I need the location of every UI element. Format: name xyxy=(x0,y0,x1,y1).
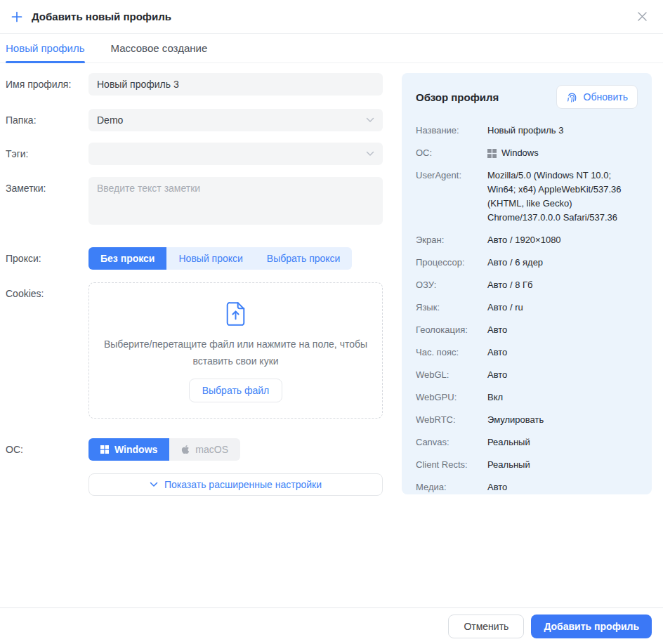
overview-row-webgpu: WebGPU: Вкл xyxy=(416,390,638,405)
cookies-dropzone[interactable]: Выберите/перетащите файл или нажмите на … xyxy=(88,282,383,419)
proxy-option-select-proxy[interactable]: Выбрать прокси xyxy=(255,247,353,270)
cookies-label: Cookies: xyxy=(6,282,88,419)
proxy-label: Прокси: xyxy=(6,247,88,270)
chevron-down-icon xyxy=(366,117,374,123)
dialog-header: Добавить новый профиль xyxy=(0,0,663,34)
close-icon[interactable] xyxy=(634,8,650,25)
os-option-windows[interactable]: Windows xyxy=(88,438,169,461)
profile-overview-panel: Обзор профиля Обновить Название: xyxy=(402,73,652,494)
cookies-row: Cookies: Выберите/перетащите файл или на… xyxy=(6,282,383,419)
overview-row-webrtc: WebRTC: Эмулировать xyxy=(416,413,638,427)
overview-row-screen: Экран: Авто / 1920×1080 xyxy=(416,233,638,247)
choose-file-button[interactable]: Выбрать файл xyxy=(189,379,283,402)
tags-select[interactable] xyxy=(88,143,383,165)
overview-row-timezone: Час. пояс: Авто xyxy=(416,346,638,360)
tab-bulk-create[interactable]: Массовое создание xyxy=(111,34,208,63)
overview-row-useragent: UserAgent: Mozilla/5.0 (Windows NT 10.0;… xyxy=(416,169,638,225)
dropzone-hint: Выберите/перетащите файл или нажмите на … xyxy=(103,336,368,369)
overview-row-ram: ОЗУ: Авто / 8 Гб xyxy=(416,278,638,292)
profile-name-label: Имя профиля: xyxy=(6,73,88,96)
folder-select[interactable]: Demo xyxy=(88,109,383,131)
proxy-segmented-control: Без прокси Новый прокси Выбрать прокси xyxy=(88,247,352,270)
folder-select-value: Demo xyxy=(97,114,123,126)
overview-row-language: Язык: Авто / ru xyxy=(416,301,638,315)
os-segmented-control: Windows macOS xyxy=(88,438,240,461)
tab-new-profile[interactable]: Новый профиль xyxy=(6,34,85,63)
overview-row-cpu: Процессор: Авто / 6 ядер xyxy=(416,256,638,270)
os-option-macos-label: macOS xyxy=(195,444,228,455)
profile-name-input[interactable] xyxy=(88,73,383,96)
overview-header: Обзор профиля Обновить xyxy=(416,85,638,109)
windows-icon xyxy=(487,149,497,158)
proxy-option-no-proxy[interactable]: Без прокси xyxy=(88,247,166,270)
cancel-button[interactable]: Отменить xyxy=(448,615,524,638)
overview-row-canvas: Canvas: Реальный xyxy=(416,435,638,449)
file-upload-icon xyxy=(225,301,246,327)
overview-row-geolocation: Геолокация: Авто xyxy=(416,323,638,337)
fingerprint-icon xyxy=(566,91,578,103)
dialog-title: Добавить новый профиль xyxy=(32,11,171,22)
folder-row: Папка: Demo xyxy=(6,109,383,131)
windows-icon xyxy=(100,445,109,454)
overview-row-webgl: WebGL: Авто xyxy=(416,368,638,382)
overview-row-name: Название: Новый профиль 3 xyxy=(416,124,638,138)
chevron-down-icon xyxy=(366,151,374,157)
show-advanced-settings-button[interactable]: Показать расширенные настройки xyxy=(88,473,383,496)
overview-row-media: Медиа: Авто xyxy=(416,480,638,494)
dialog-body: Имя профиля: Папка: Demo Тэги: xyxy=(0,63,663,496)
advanced-settings-row: Показать расширенные настройки xyxy=(6,473,383,496)
apple-icon xyxy=(181,445,190,454)
notes-label: Заметки: xyxy=(6,177,88,228)
profile-form: Имя профиля: Папка: Demo Тэги: xyxy=(6,73,383,496)
tags-row: Тэги: xyxy=(6,143,383,165)
os-label: ОС: xyxy=(6,438,88,461)
advanced-settings-label: Показать расширенные настройки xyxy=(164,479,322,490)
dialog-footer: Отменить Добавить профиль xyxy=(0,607,663,644)
tags-label: Тэги: xyxy=(6,143,88,165)
refresh-button-label: Обновить xyxy=(584,91,628,103)
overview-title: Обзор профиля xyxy=(416,91,499,103)
overview-row-client-rects: Client Rects: Реальный xyxy=(416,458,638,472)
os-option-windows-label: Windows xyxy=(114,444,157,455)
overview-row-os: ОС: Windows xyxy=(416,146,638,160)
os-option-macos[interactable]: macOS xyxy=(169,438,240,461)
profile-name-row: Имя профиля: xyxy=(6,73,383,96)
chevron-down-icon xyxy=(150,482,158,487)
add-profile-dialog: Добавить новый профиль Новый профиль Мас… xyxy=(0,0,663,644)
folder-label: Папка: xyxy=(6,109,88,131)
notes-row: Заметки: xyxy=(6,177,383,228)
notes-textarea[interactable] xyxy=(88,177,383,225)
proxy-row: Прокси: Без прокси Новый прокси Выбрать … xyxy=(6,247,383,270)
os-row: ОС: Windows macOS xyxy=(6,438,383,461)
proxy-option-new-proxy[interactable]: Новый прокси xyxy=(166,247,254,270)
tabs-bar: Новый профиль Массовое создание xyxy=(0,34,663,63)
plus-icon xyxy=(11,11,22,22)
refresh-fingerprint-button[interactable]: Обновить xyxy=(556,85,638,109)
add-profile-button[interactable]: Добавить профиль xyxy=(531,615,652,638)
